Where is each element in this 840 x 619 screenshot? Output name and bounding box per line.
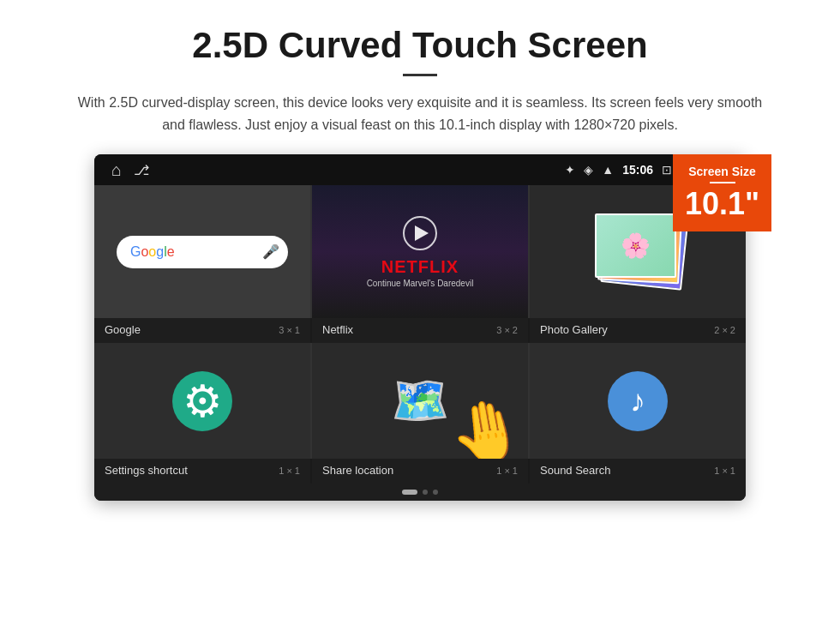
description-text: With 2.5D curved-display screen, this de… [69,92,771,135]
hand-gesture-icon: 🤚 [444,391,528,459]
badge-title: Screen Size [681,165,763,178]
badge-divider [710,182,735,183]
sound-tile-size: 1 × 1 [714,466,735,476]
badge-size: 10.1" [681,189,763,219]
settings-tile-name: Settings shortcut [105,464,188,477]
scroll-dot-1 [423,490,428,495]
screen-wrapper: Screen Size 10.1" ⌂ ⎇ ✦ ◈ ▲ 15:06 ⊡ ◁ ⊠ [94,154,746,501]
photo-tile-size: 2 × 2 [714,325,735,335]
netflix-tile[interactable]: NETFLIX Continue Marvel's Daredevil [312,185,528,318]
usb-icon: ⎇ [134,162,149,178]
google-tile-size: 3 × 1 [279,325,300,335]
netflix-tile-name: Netflix [322,323,353,336]
netflix-tile-size: 3 × 2 [496,325,518,335]
sound-search-label: Sound Search 1 × 1 [530,459,746,484]
photo-tile-name: Photo Gallery [540,323,608,336]
settings-gear-icon: ⚙ [172,371,232,431]
share-tile-name: Share location [322,464,393,477]
bluetooth-icon: ✦ [565,163,575,177]
settings-tile-size: 1 × 1 [279,466,300,476]
netflix-label: Netflix 3 × 2 [312,318,528,343]
photo-card-3: 🌸 [595,213,676,278]
sound-search-tile[interactable]: ♪ [530,343,746,459]
location-icon: ◈ [584,163,593,177]
music-icon-circle: ♪ [608,371,668,431]
app-grid-top: Google 🎤 NETFLIX Continue Marvel's Dared… [94,185,746,318]
scroll-dot-2 [433,490,438,495]
google-mic-icon[interactable]: 🎤 [262,243,279,260]
page-title: 2.5D Curved Touch Screen [192,26,647,65]
camera-icon: ⊡ [662,163,672,177]
wifi-icon: ▲ [602,163,614,177]
netflix-logo: NETFLIX [381,257,459,277]
netflix-subtitle: Continue Marvel's Daredevil [367,279,474,288]
share-tile-size: 1 × 1 [496,466,518,476]
device-screen: ⌂ ⎇ ✦ ◈ ▲ 15:06 ⊡ ◁ ⊠ ▭ [94,154,746,501]
title-divider [403,74,437,76]
google-search-bar[interactable]: Google 🎤 [117,236,288,268]
maps-icon: 🗺️ [391,373,450,429]
google-tile-name: Google [105,323,141,336]
netflix-play-button[interactable] [403,216,437,250]
settings-tile[interactable]: ⚙ ⚙ [94,343,310,459]
music-note-icon: ♪ [630,383,645,419]
status-bar: ⌂ ⎇ ✦ ◈ ▲ 15:06 ⊡ ◁ ⊠ ▭ [94,154,746,185]
flower-image: 🌸 [621,231,651,260]
time-display: 15:06 [622,163,653,177]
share-location-label: Share location 1 × 1 [312,459,528,484]
google-tile[interactable]: Google 🎤 [94,185,310,318]
play-triangle-icon [415,225,429,241]
netflix-background [312,185,528,318]
scroll-dot-active [402,490,417,495]
tile-label-row-bottom: Settings shortcut 1 × 1 Share location 1… [94,459,746,484]
sound-tile-name: Sound Search [540,464,610,477]
google-label: Google 3 × 1 [94,318,310,343]
screen-size-badge: Screen Size 10.1" [673,154,771,231]
settings-label: Settings shortcut 1 × 1 [94,459,310,484]
tile-label-row-top: Google 3 × 1 Netflix 3 × 2 Photo Gallery… [94,318,746,343]
share-location-tile[interactable]: 🗺️ 🤚 [312,343,528,459]
google-logo: Google [130,244,175,260]
app-grid-bottom: ⚙ ⚙ 🗺️ 🤚 ♪ [94,343,746,459]
page-container: 2.5D Curved Touch Screen With 2.5D curve… [0,0,840,518]
scroll-indicator [94,484,746,501]
photo-gallery-label: Photo Gallery 2 × 2 [530,318,746,343]
home-icon[interactable]: ⌂ [111,160,122,180]
status-left: ⌂ ⎇ [111,160,149,180]
